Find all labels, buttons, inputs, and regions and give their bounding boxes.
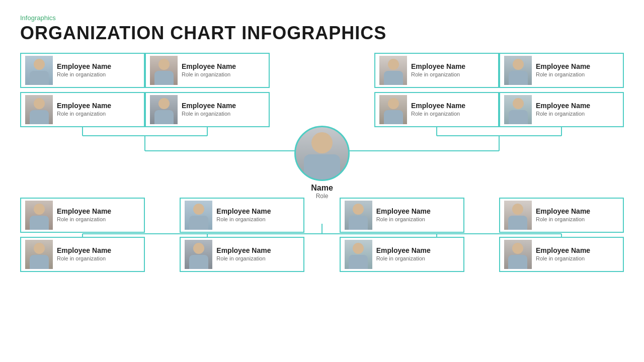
emp-card-b2-1: Employee Name Role in organization (180, 198, 304, 233)
page: Infographics ORGANIZATION CHART INFOGRAP… (0, 0, 644, 362)
middle-section: Name Role (20, 127, 624, 198)
avatar-t1-1 (25, 56, 53, 85)
emp-name-b1-2: Employee Name (57, 246, 111, 255)
emp-name-t1-2: Employee Name (57, 102, 111, 110)
emp-card-b3-2: Employee Name Role in organization (340, 237, 464, 272)
avatar-t2-1 (150, 56, 178, 85)
emp-name-t2-1: Employee Name (182, 62, 236, 71)
emp-name-b4-1: Employee Name (536, 207, 590, 216)
emp-card-b1-2: Employee Name Role in organization (20, 237, 145, 272)
top-col-1: Employee Name Role in organization Emplo… (20, 53, 145, 127)
emp-role-t1-1: Role in organization (57, 71, 111, 78)
emp-info-t3-2: Employee Name Role in organization (411, 102, 465, 117)
emp-info-t1-1: Employee Name Role in organization (57, 62, 111, 78)
top-col-2: Employee Name Role in organization Emplo… (145, 53, 270, 127)
emp-role-t1-2: Role in organization (57, 110, 111, 117)
emp-info-b3-1: Employee Name Role in organization (376, 207, 431, 223)
infographics-label: Infographics (20, 14, 624, 22)
emp-name-b3-2: Employee Name (376, 246, 431, 255)
avatar-b2-1 (185, 201, 212, 230)
bottom-col-3: Employee Name Role in organization Emplo… (340, 198, 464, 272)
bottom-col-2: Employee Name Role in organization Emplo… (180, 198, 304, 272)
emp-name-b2-1: Employee Name (216, 207, 271, 216)
emp-info-b2-2: Employee Name Role in organization (216, 246, 271, 262)
emp-role-b4-1: Role in organization (536, 216, 590, 223)
emp-role-t2-2: Role in organization (182, 110, 236, 117)
emp-name-b1-1: Employee Name (57, 207, 111, 216)
emp-card-t1: Employee Name Role in organization (20, 53, 145, 88)
center-name: Name (311, 184, 333, 193)
emp-name-t2-2: Employee Name (182, 102, 236, 110)
avatar-b4-1 (504, 201, 532, 230)
emp-card-t4-1: Employee Name Role in organization (499, 53, 624, 88)
bottom-col-1: Employee Name Role in organization Emplo… (20, 198, 145, 272)
top-col-3: Employee Name Role in organization Emplo… (374, 53, 499, 127)
emp-card-b2-2: Employee Name Role in organization (180, 237, 304, 272)
top-col-4: Employee Name Role in organization Emplo… (499, 53, 624, 127)
emp-role-b1-1: Role in organization (57, 216, 111, 223)
avatar-t3-1 (379, 56, 407, 85)
emp-card-t3-1: Employee Name Role in organization (374, 53, 499, 88)
emp-name-b2-2: Employee Name (216, 246, 271, 255)
emp-name-t4-1: Employee Name (536, 62, 590, 71)
emp-info-b1-2: Employee Name Role in organization (57, 246, 111, 262)
emp-name-t4-2: Employee Name (536, 102, 590, 110)
emp-info-t3-1: Employee Name Role in organization (411, 62, 465, 78)
bottom-section: Employee Name Role in organization Emplo… (20, 198, 624, 272)
emp-card-t3-2: Employee Name Role in organization (374, 92, 499, 127)
emp-role-b2-2: Role in organization (216, 255, 271, 262)
emp-role-b1-2: Role in organization (57, 255, 111, 262)
emp-info-t4-2: Employee Name Role in organization (536, 102, 590, 117)
avatar-b1-1 (25, 201, 53, 230)
emp-role-t2-1: Role in organization (182, 71, 236, 78)
emp-card-t2-1: Employee Name Role in organization (145, 53, 270, 88)
emp-card-t1-2: Employee Name Role in organization (20, 92, 145, 127)
avatar-t2-2 (150, 95, 178, 124)
bottom-col-4: Employee Name Role in organization Emplo… (499, 198, 624, 272)
emp-name-b3-1: Employee Name (376, 207, 431, 216)
emp-info-b4-2: Employee Name Role in organization (536, 246, 590, 262)
emp-info-b2-1: Employee Name Role in organization (216, 207, 271, 223)
emp-name-t3-1: Employee Name (411, 62, 465, 71)
emp-card-b4-1: Employee Name Role in organization (499, 198, 624, 233)
avatar-b4-2 (504, 240, 532, 269)
emp-name-t3-2: Employee Name (411, 102, 465, 110)
avatar-b2-2 (185, 240, 212, 269)
emp-info-t2-2: Employee Name Role in organization (182, 102, 236, 117)
emp-role-t3-1: Role in organization (411, 71, 465, 78)
emp-info-t1-2: Employee Name Role in organization (57, 102, 111, 117)
emp-role-b3-1: Role in organization (376, 216, 431, 223)
emp-card-t4-2: Employee Name Role in organization (499, 92, 624, 127)
top-spacer (270, 53, 374, 127)
avatar-t4-2 (504, 95, 532, 124)
emp-role-t3-2: Role in organization (411, 110, 465, 117)
emp-role-b4-2: Role in organization (536, 255, 590, 262)
center-node: Name Role (294, 126, 350, 200)
emp-card-b1-1: Employee Name Role in organization (20, 198, 145, 233)
emp-info-t2-1: Employee Name Role in organization (182, 62, 236, 78)
emp-card-t2-2: Employee Name Role in organization (145, 92, 270, 127)
emp-name-t1-1: Employee Name (57, 62, 111, 71)
emp-role-t4-2: Role in organization (536, 110, 590, 117)
emp-info-b4-1: Employee Name Role in organization (536, 207, 590, 223)
emp-info-b3-2: Employee Name Role in organization (376, 246, 431, 262)
avatar-t3-2 (379, 95, 407, 124)
emp-card-b3-1: Employee Name Role in organization (340, 198, 464, 233)
emp-card-b4-2: Employee Name Role in organization (499, 237, 624, 272)
avatar-t1-2 (25, 95, 53, 124)
top-section: Employee Name Role in organization Emplo… (20, 53, 624, 127)
emp-role-t4-1: Role in organization (536, 71, 590, 78)
org-chart: Employee Name Role in organization Emplo… (20, 53, 624, 272)
avatar-b3-1 (345, 201, 372, 230)
emp-info-b1-1: Employee Name Role in organization (57, 207, 111, 223)
emp-info-t4-1: Employee Name Role in organization (536, 62, 590, 78)
emp-name-b4-2: Employee Name (536, 246, 590, 255)
avatar-b1-2 (25, 240, 53, 269)
avatar-b3-2 (345, 240, 372, 269)
emp-role-b2-1: Role in organization (216, 216, 271, 223)
avatar-t4-1 (504, 56, 532, 85)
emp-role-b3-2: Role in organization (376, 255, 431, 262)
center-avatar (294, 126, 350, 181)
page-title: ORGANIZATION CHART INFOGRAPHICS (20, 23, 624, 44)
